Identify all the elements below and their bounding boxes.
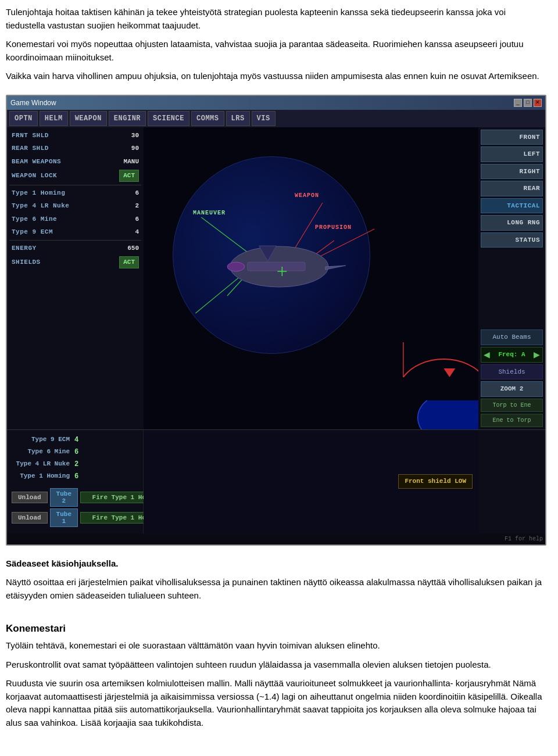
bottom-left-panel: Type 9 ECM 4 Type 6 Mine 6 Type 4 LR Nuk…: [7, 430, 144, 533]
bottom-type6-mine-label: Type 6 Mine: [12, 447, 70, 457]
nav-science[interactable]: SCIENCE: [148, 111, 189, 126]
bottom-type1-homing: Type 1 Homing 6: [12, 471, 138, 482]
bottom-right-panel: [478, 430, 545, 533]
intro-paragraph-3: Vaikka vain harva vihollinen ampuu ohjuk…: [6, 70, 546, 83]
stat-type1-homing-value: 6: [121, 188, 139, 198]
view-tactical-button[interactable]: TACTICAL: [481, 198, 543, 214]
section3-paragraph-1: Työläin tehtävä, konemestari ei ole suor…: [6, 639, 546, 653]
stat-weapon-lock-label: WEAPON LOCK: [12, 171, 57, 181]
stat-frnt-shld-value: 30: [121, 131, 139, 141]
unload-button-1[interactable]: Unload: [12, 492, 48, 503]
section2-paragraph-1: Näyttö osoittaa eri järjestelmien paikat…: [6, 576, 546, 602]
article-after-game: Sädeaseet käsiohjauksella. Näyttö osoitt…: [0, 551, 558, 741]
tube1-button[interactable]: Tube 1: [50, 508, 78, 527]
game-window-wrapper: Game Window _ □ ✕ OPTN HELM WEAPON ENGIN…: [0, 95, 558, 546]
section3-title: Konemestari: [6, 621, 546, 636]
stat-energy-value: 650: [121, 243, 139, 253]
nav-weapon[interactable]: WEAPON: [70, 111, 107, 126]
bottom-type9-ecm-label: Type 9 ECM: [12, 435, 70, 445]
svg-rect-8: [248, 262, 305, 271]
tube2-button[interactable]: Tube 2: [50, 488, 78, 507]
bottom-type6-mine: Type 6 Mine 6: [12, 447, 138, 457]
freq-right-arrow[interactable]: ▶: [534, 349, 540, 361]
nav-enginr[interactable]: ENGINR: [109, 111, 146, 126]
viewport-canvas: [144, 127, 478, 429]
stat-rear-shld-label: REAR SHLD: [12, 144, 49, 153]
nav-helm[interactable]: HELM: [40, 111, 68, 126]
bottom-stats: Type 9 ECM 4 Type 6 Mine 6 Type 4 LR Nuk…: [9, 432, 141, 486]
stat-type6-mine-value: 6: [121, 214, 139, 224]
label-weapon: WEAPON: [295, 191, 319, 200]
auto-beams-button[interactable]: Auto Beams: [481, 329, 543, 345]
game-window: Game Window _ □ ✕ OPTN HELM WEAPON ENGIN…: [6, 95, 546, 546]
bottom-type6-mine-value: 6: [74, 447, 78, 457]
freq-row: ◀ Freq: A ▶: [481, 347, 543, 363]
shield-low-status: Front shield LOW: [398, 474, 473, 489]
game-bottom-inner: Type 9 ECM 4 Type 6 Mine 6 Type 4 LR Nuk…: [7, 430, 545, 533]
bottom-type1-homing-label: Type 1 Homing: [12, 471, 70, 481]
nav-lrs[interactable]: LRS: [226, 111, 250, 126]
stat-type9-ecm-value: 4: [121, 227, 139, 237]
zoom-button[interactable]: ZOOM 2: [481, 381, 543, 397]
view-long-rng-button[interactable]: LONG RNG: [481, 215, 543, 231]
stat-type1-homing: Type 1 Homing 6: [9, 187, 141, 199]
stat-shields-label: SHIELDS: [12, 257, 41, 267]
view-rear-button[interactable]: REAR: [481, 181, 543, 196]
section3-paragraph-2: Peruskontrollit ovat samat työpäätteen v…: [6, 658, 546, 672]
bottom-type4-lr-nuke-label: Type 4 LR Nuke: [12, 459, 70, 469]
bottom-type9-ecm: Type 9 ECM 4: [12, 435, 138, 445]
view-right-button[interactable]: RIGHT: [481, 164, 543, 180]
maximize-button[interactable]: □: [524, 99, 532, 107]
view-status-button[interactable]: STATUS: [481, 232, 543, 248]
stat-shields: SHIELDS ACT: [9, 255, 141, 270]
svg-point-16: [418, 389, 478, 429]
bottom-type9-ecm-value: 4: [74, 435, 78, 445]
action-rows: Unload Tube 2 Fire Type 1 Homing Unload …: [9, 486, 141, 531]
title-bar-controls: _ □ ✕: [514, 99, 542, 107]
shields-button[interactable]: Shields: [481, 364, 543, 380]
stat-weapon-lock: WEAPON LOCK ACT: [9, 169, 141, 183]
nav-optn[interactable]: OPTN: [9, 111, 38, 126]
action-row-1: Unload Tube 2 Fire Type 1 Homing: [12, 488, 138, 507]
right-panel: FRONT LEFT RIGHT REAR TACTICAL LONG RNG …: [478, 127, 545, 429]
view-left-button[interactable]: LEFT: [481, 146, 543, 162]
bottom-type4-lr-nuke-value: 2: [74, 459, 78, 470]
stat-type6-mine-label: Type 6 Mine: [12, 214, 57, 224]
bottom-type1-homing-value: 6: [74, 471, 78, 482]
torp-to-ene-button[interactable]: Torp to Ene: [481, 399, 543, 412]
intro-paragraph-2: Konemestari voi myös nopeuttaa ohjusten …: [6, 38, 546, 64]
stat-type4-lr-nuke: Type 4 LR Nuke 2: [9, 200, 141, 212]
stat-type1-homing-label: Type 1 Homing: [12, 188, 65, 198]
view-front-button[interactable]: FRONT: [481, 130, 543, 145]
stat-type6-mine: Type 6 Mine 6: [9, 213, 141, 225]
freq-left-arrow[interactable]: ◀: [484, 349, 490, 361]
stat-type4-lr-nuke-label: Type 4 LR Nuke: [12, 201, 69, 211]
stat-energy-label: ENERGY: [12, 243, 37, 253]
stat-type9-ecm-label: Type 9 ECM: [12, 227, 53, 237]
nav-comms[interactable]: COMMS: [191, 111, 224, 126]
freq-display: Freq: A: [490, 350, 534, 360]
help-text: F1 for help: [7, 533, 545, 544]
stat-rear-shld-value: 90: [121, 144, 139, 153]
stat-type9-ecm: Type 9 ECM 4: [9, 226, 141, 238]
unload-button-2[interactable]: Unload: [12, 512, 48, 524]
section3-paragraph-3: Ruudusta vie suurin osa artemiksen kolmi…: [6, 677, 546, 729]
stat-weapon-lock-value: ACT: [119, 170, 139, 182]
ene-to-torp-button[interactable]: Ene to Torp: [481, 414, 543, 427]
action-row-2: Unload Tube 1 Fire Type 1 Homing: [12, 508, 138, 527]
left-panel: FRNT SHLD 30 REAR SHLD 90 BEAM WEAPONS M…: [7, 127, 144, 429]
close-button[interactable]: ✕: [534, 99, 542, 107]
stat-shields-value: ACT: [119, 256, 139, 268]
label-maneuver: MANEUVER: [193, 209, 226, 217]
title-bar: Game Window _ □ ✕: [7, 96, 545, 110]
bottom-center-panel: Front shield LOW: [144, 430, 478, 533]
right-controls-section: Auto Beams ◀ Freq: A ▶ Shields ZOOM 2 To…: [481, 329, 543, 427]
nav-vis[interactable]: VIS: [252, 111, 276, 126]
stat-frnt-shld: FRNT SHLD 30: [9, 130, 141, 142]
stat-rear-shld: REAR SHLD 90: [9, 142, 141, 155]
minimize-button[interactable]: _: [514, 99, 522, 107]
article-intro: Tulenjohtaja hoitaa taktisen kähinän ja …: [0, 0, 558, 95]
svg-marker-15: [443, 368, 455, 377]
bottom-type4-lr-nuke: Type 4 LR Nuke 2: [12, 459, 138, 470]
window-title: Game Window: [10, 98, 56, 108]
